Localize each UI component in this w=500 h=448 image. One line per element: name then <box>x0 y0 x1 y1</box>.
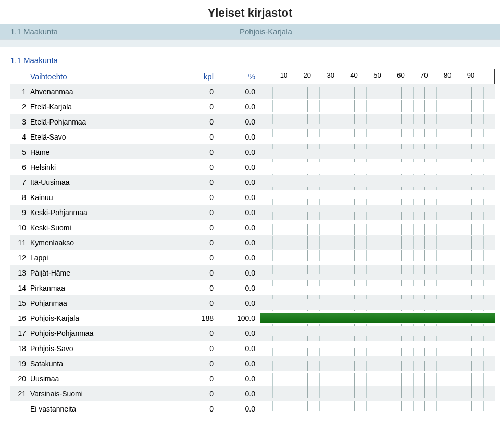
bar-chart: 102030405060708090 <box>260 69 500 416</box>
gridline <box>471 295 472 310</box>
gridline <box>471 99 472 114</box>
table-row: 12Lappi00.0 <box>10 250 260 265</box>
gridline-minor <box>390 114 390 129</box>
gridline <box>354 371 355 386</box>
gridline <box>331 99 331 114</box>
gridline-minor <box>296 386 296 401</box>
row-pct: 0.0 <box>219 178 260 186</box>
gridline <box>354 159 355 175</box>
gridline <box>401 356 402 371</box>
gridline <box>448 205 448 220</box>
table-row: Ei vastanneita00.0 <box>10 401 260 416</box>
row-kpl: 0 <box>177 133 219 141</box>
gridline-minor <box>483 175 484 190</box>
gridline-minor <box>319 205 320 220</box>
gridline-minor <box>483 114 484 129</box>
gridline <box>401 220 402 235</box>
gridline <box>354 295 355 310</box>
row-pct: 0.0 <box>219 208 260 217</box>
row-name: Uusimaa <box>30 375 177 383</box>
table-row: 9Keski-Pohjanmaa00.0 <box>10 205 260 220</box>
gridline-minor <box>436 114 437 129</box>
gridline <box>401 265 402 280</box>
gridline-minor <box>436 144 437 159</box>
gridline-minor <box>390 99 390 114</box>
gridline-minor <box>483 356 484 371</box>
gridline-minor <box>272 129 273 144</box>
gridline <box>354 401 355 416</box>
gridline-minor <box>460 371 460 386</box>
gridline <box>284 341 284 356</box>
gridline-minor <box>483 295 484 310</box>
gridline-minor <box>436 371 437 386</box>
gridline-minor <box>319 295 320 310</box>
gridline-minor <box>272 190 273 205</box>
gridline-minor <box>460 250 460 265</box>
row-name: Häme <box>30 148 177 156</box>
gridline-minor <box>272 144 273 159</box>
gridline-minor <box>460 386 460 401</box>
gridline <box>284 371 284 386</box>
gridline-minor <box>343 250 343 265</box>
gridline-minor <box>483 326 484 341</box>
gridline <box>424 250 425 265</box>
gridline <box>331 175 331 190</box>
gridline <box>354 326 355 341</box>
table-row: 8Kainuu00.0 <box>10 190 260 205</box>
gridline-minor <box>460 341 460 356</box>
gridline-minor <box>436 220 437 235</box>
gridline <box>424 326 425 341</box>
gridline-minor <box>460 99 460 114</box>
row-name: Pohjanmaa <box>30 299 177 307</box>
gridline-minor <box>413 99 414 114</box>
axis-tick: 60 <box>397 71 404 79</box>
gridline-minor <box>366 280 367 295</box>
gridline <box>307 326 308 341</box>
gridline-minor <box>436 401 437 416</box>
gridline <box>424 341 425 356</box>
gridline-minor <box>366 99 367 114</box>
axis-tick: 30 <box>327 71 334 79</box>
gridline <box>307 386 308 401</box>
gridline-minor <box>390 401 390 416</box>
gridline <box>284 159 284 175</box>
row-kpl: 0 <box>177 284 219 292</box>
gridline <box>471 114 472 129</box>
table-row: 19Satakunta00.0 <box>10 356 260 371</box>
gridline-minor <box>296 341 296 356</box>
gridline <box>401 250 402 265</box>
gridline <box>378 280 378 295</box>
gridline <box>307 401 308 416</box>
chart-row <box>260 250 495 265</box>
gridline-minor <box>319 114 320 129</box>
gridline <box>401 386 402 401</box>
gridline <box>284 175 284 190</box>
row-pct: 0.0 <box>219 329 260 338</box>
row-kpl: 0 <box>177 344 219 353</box>
gridline-minor <box>436 250 437 265</box>
gridline <box>448 159 448 175</box>
gridline <box>401 326 402 341</box>
gridline-minor <box>413 114 414 129</box>
gridline-minor <box>366 175 367 190</box>
gridline-minor <box>296 371 296 386</box>
chart-row <box>260 386 495 401</box>
gridline-minor <box>390 235 390 250</box>
gridline-minor <box>272 99 273 114</box>
row-index: 11 <box>10 239 30 247</box>
page-title: Yleiset kirjastot <box>0 0 500 24</box>
gridline <box>331 190 331 205</box>
gridline <box>378 175 378 190</box>
gridline <box>378 371 378 386</box>
gridline <box>378 99 378 114</box>
gridline-minor <box>366 295 367 310</box>
axis-tick: 80 <box>444 71 451 79</box>
gridline-minor <box>436 235 437 250</box>
gridline-minor <box>436 295 437 310</box>
gridline <box>284 401 284 416</box>
gridline-minor <box>343 356 343 371</box>
gridline-minor <box>483 144 484 159</box>
gridline <box>448 129 448 144</box>
row-index: 12 <box>10 254 30 262</box>
chart-row <box>260 310 495 326</box>
